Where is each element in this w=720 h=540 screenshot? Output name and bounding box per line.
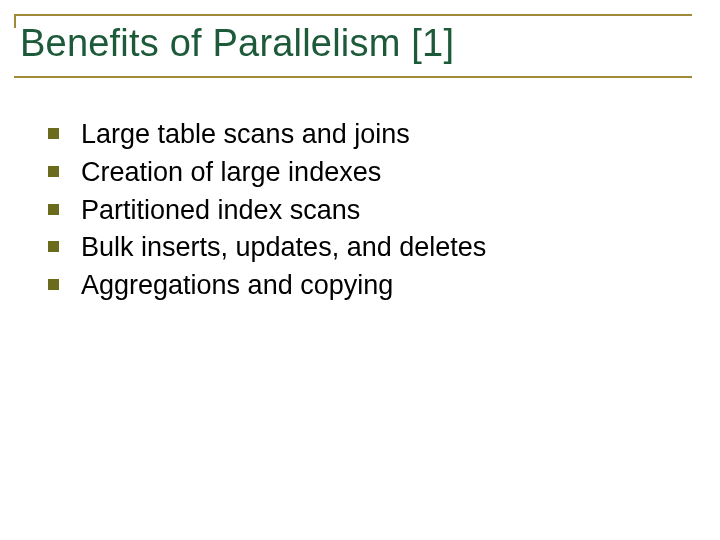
- list-item: Creation of large indexes: [48, 156, 660, 190]
- list-item-text: Large table scans and joins: [81, 118, 410, 152]
- slide-title: Benefits of Parallelism [1]: [14, 16, 692, 76]
- title-block: Benefits of Parallelism [1]: [14, 14, 692, 78]
- list-item: Large table scans and joins: [48, 118, 660, 152]
- square-bullet-icon: [48, 241, 59, 252]
- list-item: Partitioned index scans: [48, 194, 660, 228]
- title-rule-bottom: [14, 76, 692, 78]
- bullet-list: Large table scans and joins Creation of …: [48, 118, 660, 307]
- slide: Benefits of Parallelism [1] Large table …: [0, 0, 720, 540]
- list-item-text: Bulk inserts, updates, and deletes: [81, 231, 486, 265]
- list-item-text: Creation of large indexes: [81, 156, 381, 190]
- square-bullet-icon: [48, 279, 59, 290]
- list-item-text: Aggregations and copying: [81, 269, 393, 303]
- square-bullet-icon: [48, 204, 59, 215]
- list-item: Bulk inserts, updates, and deletes: [48, 231, 660, 265]
- square-bullet-icon: [48, 128, 59, 139]
- title-rule-tick: [14, 14, 16, 28]
- square-bullet-icon: [48, 166, 59, 177]
- list-item: Aggregations and copying: [48, 269, 660, 303]
- list-item-text: Partitioned index scans: [81, 194, 360, 228]
